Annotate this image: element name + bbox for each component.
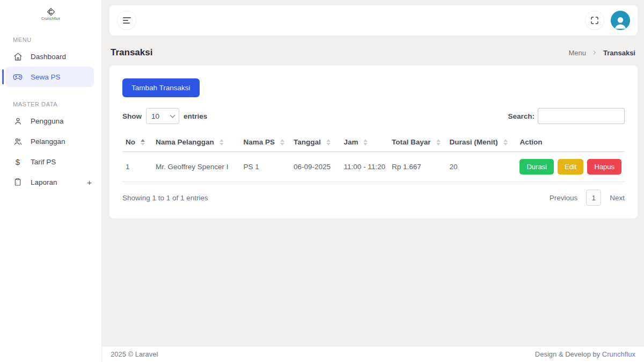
sidebar: Crunchflux MENU Dashboard Sewa PS MASTER…	[0, 0, 102, 362]
sidebar-item-label: Sewa PS	[31, 73, 61, 81]
credit-text: Design & Develop by Crunchflux	[535, 350, 635, 358]
search-control: Search:	[508, 108, 625, 124]
crunchflux-logo-icon	[47, 8, 55, 16]
cell-no: 1	[122, 152, 152, 182]
sort-icon	[436, 139, 441, 146]
section-label-menu: MENU	[0, 37, 101, 43]
plus-icon[interactable]: +	[87, 178, 92, 186]
next-page-link[interactable]: Next	[610, 194, 625, 202]
sidebar-item-tarif-ps[interactable]: $ Tarif PS	[0, 151, 101, 172]
cell-nama-pelanggan: Mr. Geoffrey Spencer I	[152, 152, 240, 182]
sort-icon	[280, 139, 284, 146]
transaksi-table: No Nama Pelanggan Nama PS Tanggal Jam To…	[122, 133, 625, 182]
content-spacer	[102, 219, 644, 346]
breadcrumb-current: Transaksi	[603, 49, 635, 57]
column-header-nama-ps[interactable]: Nama PS	[240, 133, 291, 152]
hapus-button[interactable]: Hapus	[587, 159, 621, 175]
page-size-select-wrap: 10	[146, 108, 179, 124]
cell-tanggal: 06-09-2025	[290, 152, 340, 182]
sort-icon	[503, 139, 508, 146]
crunchflux-link[interactable]: Crunchflux	[602, 350, 635, 358]
home-icon	[13, 52, 23, 61]
column-header-action: Action	[516, 133, 625, 152]
tambah-transaksi-button[interactable]: Tambah Transaksi	[122, 78, 200, 97]
column-header-durasi[interactable]: Durasi (Menit)	[447, 133, 517, 152]
table-row: 1 Mr. Geoffrey Spencer I PS 1 06-09-2025…	[122, 152, 625, 182]
sidebar-item-label: Pelanggan	[31, 137, 65, 146]
clipboard-icon	[13, 177, 23, 187]
sort-icon	[326, 139, 331, 146]
column-header-no[interactable]: No	[122, 133, 152, 152]
sidebar-item-pelanggan[interactable]: Pelanggan	[0, 131, 101, 151]
cell-durasi: 20	[447, 152, 517, 182]
brand-name: Crunchflux	[41, 17, 60, 20]
dollar-icon: $	[13, 157, 23, 166]
page-footer: 2025 © Laravel Design & Develop by Crunc…	[102, 346, 644, 362]
transaksi-card: Tambah Transaksi Show 10 entries Search:…	[109, 66, 638, 219]
sidebar-item-label: Pengguna	[31, 117, 64, 125]
pagination: Previous 1 Next	[550, 190, 625, 206]
table-controls: Show 10 entries Search:	[122, 108, 625, 124]
sidebar-item-label: Laporan	[31, 178, 57, 186]
cell-total-bayar: Rp 1.667	[389, 152, 447, 182]
table-header-row: No Nama Pelanggan Nama PS Tanggal Jam To…	[122, 133, 625, 152]
cell-jam: 11:00 - 11:20	[340, 152, 389, 182]
copyright-text: 2025 © Laravel	[111, 350, 158, 358]
page-size-control: Show 10 entries	[122, 108, 207, 124]
sidebar-item-label: Tarif PS	[31, 158, 56, 166]
page-title: Transaksi	[111, 47, 152, 58]
gamepad-icon	[13, 72, 23, 82]
hamburger-icon	[123, 17, 131, 24]
chevron-right-icon	[591, 49, 598, 56]
sidebar-item-label: Dashboard	[31, 53, 66, 61]
sidebar-toggle-button[interactable]	[117, 11, 136, 30]
main-area: Transaksi Menu Transaksi Tambah Transaks…	[102, 0, 644, 362]
sidebar-item-dashboard[interactable]: Dashboard	[0, 46, 101, 67]
search-input[interactable]	[538, 108, 625, 124]
sidebar-item-laporan[interactable]: Laporan +	[0, 172, 101, 192]
table-footer: Showing 1 to 1 of 1 entries Previous 1 N…	[122, 190, 625, 206]
edit-button[interactable]: Edit	[558, 159, 583, 175]
breadcrumb-parent[interactable]: Menu	[568, 49, 586, 57]
sort-icon	[219, 139, 224, 146]
page-header: Transaksi Menu Transaksi	[102, 35, 644, 66]
breadcrumb: Menu Transaksi	[568, 49, 635, 57]
fullscreen-button[interactable]	[585, 11, 604, 30]
showing-info: Showing 1 to 1 of 1 entries	[122, 194, 208, 202]
nav-master-data: Pengguna Pelanggan $ Tarif PS Laporan +	[0, 111, 101, 192]
column-header-nama-pelanggan[interactable]: Nama Pelanggan	[152, 133, 240, 152]
column-header-tanggal[interactable]: Tanggal	[290, 133, 340, 152]
topbar	[109, 5, 638, 35]
person-icon	[612, 14, 628, 30]
show-label: Show	[122, 112, 142, 120]
entries-label: entries	[184, 112, 207, 120]
fullscreen-icon	[590, 16, 599, 25]
page-number-button[interactable]: 1	[586, 190, 601, 206]
search-label: Search:	[508, 112, 535, 120]
sidebar-item-pengguna[interactable]: Pengguna	[0, 111, 101, 131]
users-icon	[13, 136, 23, 146]
user-icon	[13, 116, 23, 126]
sort-icon	[141, 139, 145, 146]
sidebar-item-sewa-ps[interactable]: Sewa PS	[5, 67, 94, 87]
user-avatar[interactable]	[611, 11, 630, 30]
column-header-jam[interactable]: Jam	[340, 133, 389, 152]
section-label-master-data: MASTER DATA	[0, 101, 101, 107]
page-size-select[interactable]: 10	[146, 108, 179, 124]
brand-logo[interactable]: Crunchflux	[0, 0, 101, 23]
previous-page-link[interactable]: Previous	[550, 194, 578, 202]
sort-icon	[363, 139, 368, 146]
nav-menu: Dashboard Sewa PS	[0, 46, 101, 87]
row-actions: Durasi Edit Hapus	[519, 159, 621, 175]
cell-nama-ps: PS 1	[240, 152, 291, 182]
durasi-button[interactable]: Durasi	[519, 159, 554, 175]
column-header-total-bayar[interactable]: Total Bayar	[389, 133, 447, 152]
